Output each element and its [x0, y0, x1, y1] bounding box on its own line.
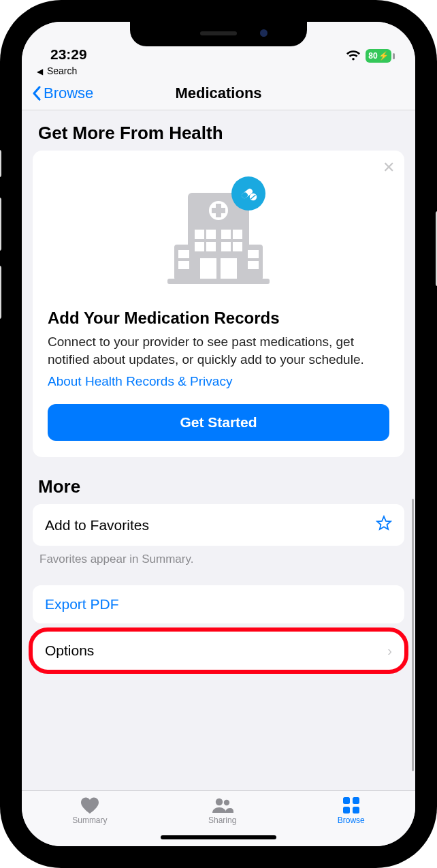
page-content[interactable]: Get More From Health ✕: [22, 110, 415, 790]
promo-card: ✕: [33, 151, 404, 457]
promo-illustration: [48, 163, 389, 309]
star-outline-icon: [376, 515, 392, 535]
svg-rect-28: [343, 797, 350, 804]
svg-rect-6: [212, 208, 225, 213]
tab-summary-label: Summary: [72, 816, 107, 825]
svg-rect-18: [178, 261, 189, 269]
svg-rect-8: [206, 230, 216, 239]
tab-browse[interactable]: Browse: [338, 796, 365, 846]
svg-rect-31: [353, 807, 359, 813]
svg-rect-10: [233, 230, 242, 239]
export-pdf-row[interactable]: Export PDF: [33, 585, 404, 623]
grid-icon: [342, 796, 360, 814]
status-time: 23:29: [50, 46, 87, 63]
breadcrumb-label: Search: [47, 65, 77, 76]
scroll-indicator: [412, 499, 414, 771]
svg-rect-13: [221, 242, 231, 251]
chevron-right-icon: ›: [387, 643, 392, 659]
favorites-label: Add to Favorites: [45, 517, 149, 533]
svg-rect-11: [195, 242, 204, 251]
nav-bar: Browse Medications: [22, 76, 415, 110]
heart-icon: [80, 796, 100, 814]
svg-rect-15: [200, 258, 216, 279]
svg-rect-16: [221, 258, 237, 279]
wifi-icon: [346, 50, 361, 62]
svg-rect-12: [206, 242, 216, 251]
pills-badge-icon: [231, 176, 265, 211]
promo-heading: Add Your Medication Records: [48, 309, 389, 328]
options-label: Options: [45, 642, 94, 659]
svg-rect-30: [343, 807, 350, 813]
people-icon: [211, 796, 234, 814]
page-title: Medications: [22, 84, 415, 102]
options-row[interactable]: Options ›: [33, 632, 404, 670]
get-started-button[interactable]: Get Started: [48, 404, 389, 441]
promo-body: Connect to your provider to see past med…: [48, 333, 389, 369]
home-indicator: [161, 835, 276, 839]
svg-rect-17: [178, 250, 189, 258]
export-label: Export PDF: [45, 596, 119, 613]
tab-sharing-label: Sharing: [208, 816, 236, 825]
svg-rect-14: [233, 242, 242, 251]
svg-marker-25: [377, 516, 391, 529]
svg-rect-9: [221, 230, 231, 239]
back-caret-icon: ◀: [37, 67, 43, 76]
svg-point-26: [215, 799, 222, 805]
svg-rect-7: [195, 230, 204, 239]
tab-summary[interactable]: Summary: [72, 796, 107, 846]
svg-rect-29: [353, 797, 359, 804]
svg-point-27: [223, 800, 229, 805]
add-to-favorites-row[interactable]: Add to Favorites: [33, 504, 404, 546]
promo-section-title: Get More From Health: [22, 110, 415, 151]
favorites-footnote: Favorites appear in Summary.: [22, 546, 415, 578]
svg-rect-19: [248, 250, 259, 258]
svg-rect-20: [248, 261, 259, 269]
tab-browse-label: Browse: [338, 816, 365, 825]
more-section-title: More: [22, 457, 415, 504]
promo-privacy-link[interactable]: About Health Records & Privacy: [48, 374, 389, 389]
battery-indicator: 80⚡: [366, 49, 395, 63]
breadcrumb-back-search[interactable]: ◀ Search: [22, 63, 415, 76]
